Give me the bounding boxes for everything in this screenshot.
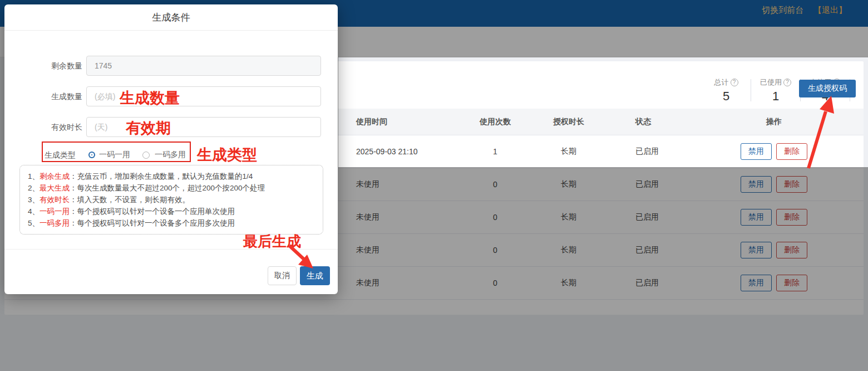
help-line: 4、一码一用：每个授权码可以针对一个设备一个应用单次使用 [28,206,315,217]
generate-quantity-label: 生成数量 [27,86,82,106]
generate-auth-code-button[interactable]: 生成授权码 [799,80,856,97]
valid-duration-input[interactable] [86,117,321,137]
cell-status: 已启用 [609,278,720,288]
stat-label: 总计 ? [707,77,745,87]
switch-to-front-link[interactable]: 切换到前台 [762,5,803,16]
help-line-number: 4、 [28,207,40,216]
help-line-term: 有效时长 [40,196,70,204]
stat-group: 总计 ? 5 [707,77,745,104]
delete-button[interactable]: 删除 [776,209,807,226]
cancel-button[interactable]: 取消 [268,266,297,285]
cell-use-count: 0 [462,279,529,287]
dialog-title: 生成条件 [4,4,338,31]
stat-label-text: 已使用 [760,77,782,87]
disable-button[interactable]: 禁用 [741,242,772,258]
generate-conditions-dialog: 生成条件 剩余数量 生成数量 有效时长 生成类型 一码一用 一码多用 1、剩余生… [4,4,338,294]
generate-quantity-row: 生成数量 [4,86,338,106]
valid-duration-label: 有效时长 [27,117,82,137]
stat-label-text: 总计 [714,77,729,87]
cell-use-time: 未使用 [344,212,462,222]
delete-button[interactable]: 删除 [776,242,807,258]
cell-duration: 长期 [529,212,609,222]
cell-operations: 禁用 删除 [720,242,864,258]
help-line-term: 一码一用 [40,207,70,216]
cell-status: 已启用 [609,147,720,157]
col-header-operation: 操作 [720,117,864,127]
cell-use-time: 未使用 [344,245,462,255]
help-line-number: 1、 [28,172,40,180]
cell-operations: 禁用 删除 [720,209,864,226]
delete-button[interactable]: 删除 [776,176,807,193]
col-header-status: 状态 [609,117,720,127]
cell-status: 已启用 [609,179,720,189]
generate-button[interactable]: 生成 [300,266,330,285]
question-mark-icon[interactable]: ? [731,79,738,86]
generate-quantity-input[interactable] [86,86,321,106]
delete-button[interactable]: 删除 [776,275,807,291]
help-line-text: ：每个授权码可以针对一个设备一个应用单次使用 [70,207,235,216]
generate-type-label: 生成类型 [20,147,76,163]
cell-use-count: 0 [462,180,529,189]
help-line-text: ：每个授权码可以针对一个设备多个应用多次使用 [70,219,235,227]
question-mark-icon[interactable]: ? [783,79,791,86]
remaining-quantity-label: 剩余数量 [27,56,82,76]
radio-single-use-selected[interactable] [90,153,94,157]
stat-label: 已使用 ? [757,77,795,87]
col-header-use-time: 使用时间 [344,117,462,127]
remaining-quantity-row: 剩余数量 [4,56,338,76]
logout-link[interactable]: 【退出】 [813,5,847,16]
disable-button[interactable]: 禁用 [741,209,772,226]
col-header-use-count: 使用次数 [462,117,529,127]
help-line-number: 2、 [28,184,40,192]
generate-type-row: 生成类型 一码一用 一码多用 [4,147,338,163]
valid-duration-row: 有效时长 [4,117,338,137]
header-links: 切换到前台 【退出】 [762,5,847,16]
cell-status: 已启用 [609,245,720,255]
help-line: 3、有效时长：填入天数，不设置，则长期有效。 [28,194,315,206]
help-line-number: 5、 [28,219,40,227]
radio-multi-use-label[interactable]: 一码多用 [155,150,186,160]
help-line-number: 3、 [28,196,40,204]
help-line: 5、一码多用：每个授权码可以针对一个设备多个应用多次使用 [28,217,315,229]
help-line-term: 最大生成 [40,184,70,192]
disable-button[interactable]: 禁用 [741,176,772,193]
help-line-text: ：填入天数，不设置，则长期有效。 [70,196,190,204]
help-line-term: 剩余生成 [40,172,70,180]
stat-value: 5 [707,89,745,104]
help-line-text: ：充值云币，增加剩余生成数量，默认为充值数量的1/4 [70,172,253,180]
stat-value: 1 [757,89,795,104]
cell-operations: 禁用 删除 [720,275,864,291]
cell-duration: 长期 [529,245,609,255]
help-line-term: 一码多用 [40,219,70,227]
stat-group: 已使用 ? 1 [757,77,795,104]
cell-operations: 禁用 删除 [720,143,864,160]
radio-multi-use[interactable] [142,152,150,159]
cell-use-count: 0 [462,213,529,222]
help-notes-box: 1、剩余生成：充值云币，增加剩余生成数量，默认为充值数量的1/4 2、最大生成：… [19,165,323,235]
help-line: 1、剩余生成：充值云币，增加剩余生成数量，默认为充值数量的1/4 [28,170,315,182]
cell-use-count: 1 [462,147,529,156]
cell-use-time: 未使用 [344,278,462,288]
dialog-footer-divider [4,249,338,250]
delete-button[interactable]: 删除 [776,143,807,160]
disable-button[interactable]: 禁用 [741,143,772,160]
remaining-quantity-input[interactable] [86,56,321,76]
disable-button[interactable]: 禁用 [741,275,772,291]
generate-type-radios: 一码一用 一码多用 [88,147,186,163]
col-header-duration: 授权时长 [529,117,609,127]
cell-duration: 长期 [529,179,609,189]
stat-separator [751,79,751,101]
cell-duration: 长期 [529,147,609,157]
cell-status: 已启用 [609,212,720,222]
cell-duration: 长期 [529,278,609,288]
help-line-text: ：每次生成数量最大不超过200个，超过200个按200个处理 [70,184,265,192]
radio-single-use-label[interactable]: 一码一用 [99,150,130,160]
cell-use-time: 未使用 [344,179,462,189]
help-line: 2、最大生成：每次生成数量最大不超过200个，超过200个按200个处理 [28,182,315,194]
cell-use-count: 0 [462,246,529,255]
cell-use-time: 2025-09-03 21:10 [344,147,462,156]
cell-operations: 禁用 删除 [720,176,864,193]
